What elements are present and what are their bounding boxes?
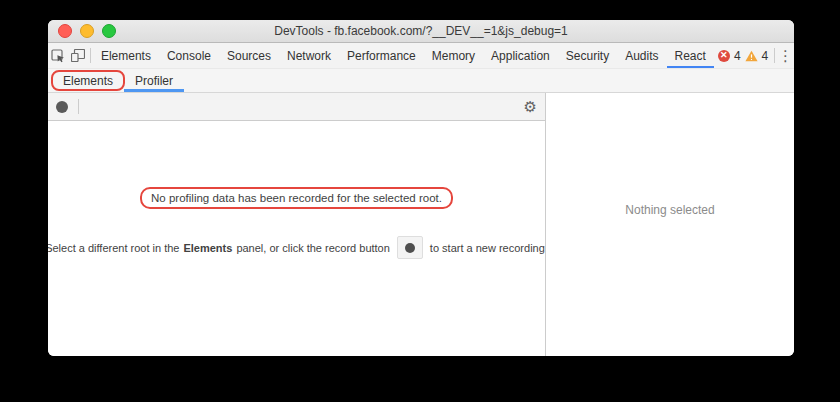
tab-sources[interactable]: Sources bbox=[219, 43, 279, 68]
profiler-empty-state: No profiling data has been recorded for … bbox=[48, 121, 545, 356]
instruction-text-middle: panel, or click the record button bbox=[236, 242, 389, 254]
record-button[interactable] bbox=[48, 101, 76, 113]
toggle-device-toolbar-button[interactable] bbox=[68, 43, 88, 68]
react-subtabbar: Elements Profiler bbox=[48, 69, 794, 93]
instruction-elements-bold: Elements bbox=[183, 242, 232, 254]
warning-count: 4 bbox=[762, 49, 769, 63]
tab-security[interactable]: Security bbox=[558, 43, 617, 68]
settings-gear-icon[interactable]: ⚙ bbox=[524, 99, 537, 114]
no-profiling-data-message: No profiling data has been recorded for … bbox=[151, 192, 442, 204]
device-toolbar-icon bbox=[71, 49, 85, 62]
warning-icon bbox=[745, 50, 758, 62]
tab-memory[interactable]: Memory bbox=[424, 43, 483, 68]
titlebar: DevTools - fb.facebook.com/?__DEV__=1&js… bbox=[48, 20, 794, 43]
minimize-window-button[interactable] bbox=[80, 24, 94, 38]
record-icon bbox=[405, 243, 415, 253]
close-window-button[interactable] bbox=[58, 24, 72, 38]
subtab-elements-wrap: Elements bbox=[52, 69, 124, 92]
toolbar-separator bbox=[90, 48, 91, 63]
tab-network[interactable]: Network bbox=[279, 43, 339, 68]
tab-elements[interactable]: Elements bbox=[93, 43, 159, 68]
devtools-tabbar: Elements Console Sources Network Perform… bbox=[48, 43, 794, 69]
tabbar-separator bbox=[774, 48, 775, 63]
profiler-panel: ⚙ No profiling data has been recorded fo… bbox=[48, 93, 545, 356]
tab-performance[interactable]: Performance bbox=[339, 43, 424, 68]
instruction-text-before: Select a different root in the bbox=[48, 242, 179, 254]
screenshot-background: DevTools - fb.facebook.com/?__DEV__=1&js… bbox=[0, 0, 840, 402]
traffic-lights bbox=[48, 24, 116, 38]
tab-console[interactable]: Console bbox=[159, 43, 219, 68]
nothing-selected-label: Nothing selected bbox=[546, 93, 794, 217]
tab-audits[interactable]: Audits bbox=[617, 43, 666, 68]
profiler-toolbar-separator bbox=[78, 99, 79, 114]
window-title: DevTools - fb.facebook.com/?__DEV__=1&js… bbox=[48, 24, 794, 38]
error-icon: ✕ bbox=[718, 50, 730, 62]
zoom-window-button[interactable] bbox=[102, 24, 116, 38]
profiler-instruction: Select a different root in the Elements … bbox=[48, 236, 549, 259]
react-profiler-body: ⚙ No profiling data has been recorded fo… bbox=[48, 93, 794, 356]
console-status-badges[interactable]: ✕ 4 4 bbox=[714, 43, 772, 68]
record-icon bbox=[56, 101, 68, 113]
details-panel: Nothing selected bbox=[546, 93, 794, 356]
instruction-text-after: to start a new recording. bbox=[430, 242, 548, 254]
tab-application[interactable]: Application bbox=[483, 43, 558, 68]
subtab-elements[interactable]: Elements bbox=[52, 69, 124, 92]
subtab-profiler[interactable]: Profiler bbox=[124, 69, 184, 92]
inline-record-button-illustration bbox=[397, 236, 423, 259]
error-count: 4 bbox=[734, 49, 741, 63]
red-annotation-message-box: No profiling data has been recorded for … bbox=[140, 187, 453, 209]
devtools-window: DevTools - fb.facebook.com/?__DEV__=1&js… bbox=[48, 20, 794, 356]
more-menu-icon[interactable]: ⋮ bbox=[777, 43, 794, 68]
tab-react[interactable]: React bbox=[667, 43, 714, 68]
inspect-cursor-icon bbox=[51, 49, 65, 63]
profiler-toolbar: ⚙ bbox=[48, 93, 545, 121]
inspect-element-button[interactable] bbox=[48, 43, 68, 68]
